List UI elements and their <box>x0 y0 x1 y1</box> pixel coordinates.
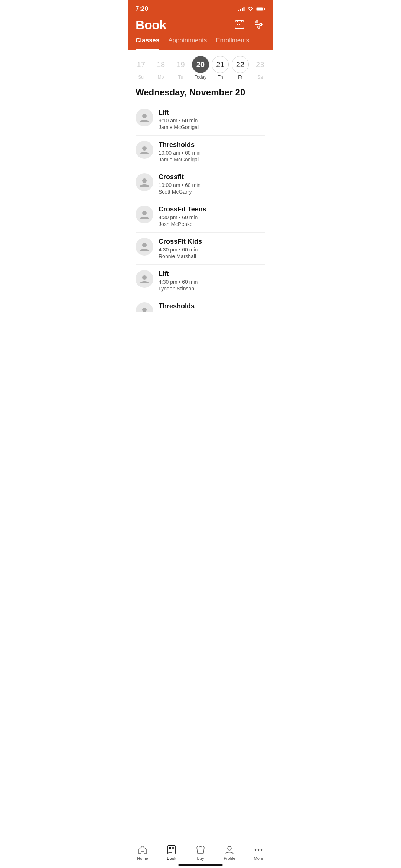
filter-button[interactable] <box>252 18 265 32</box>
date-day-23: Sa <box>257 75 263 80</box>
person-icon-5 <box>139 274 150 284</box>
class-avatar-5 <box>136 270 153 288</box>
nav-home-label: Home <box>137 856 148 861</box>
date-19[interactable]: 19 Tu <box>172 56 189 80</box>
svg-rect-6 <box>264 8 265 10</box>
class-item-1[interactable]: Thresholds 10:00 am • 60 min Jamie McGon… <box>136 136 265 168</box>
class-instructor-1: Jamie McGonigal <box>159 157 265 162</box>
class-info-6: Thresholds <box>159 302 265 311</box>
date-23[interactable]: 23 Sa <box>251 56 268 80</box>
svg-point-35 <box>258 849 259 851</box>
date-22[interactable]: 22 Fr <box>232 56 249 80</box>
class-time-3: 4:30 pm • 60 min <box>159 214 265 220</box>
nav-more[interactable]: More <box>247 845 270 861</box>
class-name-2: Crossfit <box>159 173 265 181</box>
class-name-4: CrossFit Kids <box>159 238 265 246</box>
nav-book[interactable]: Book <box>160 845 183 861</box>
class-item-5[interactable]: Lift 4:30 pm • 60 min Lyndon Stinson <box>136 265 265 297</box>
date-circle-23: 23 <box>251 56 268 73</box>
class-instructor-3: Josh McPeake <box>159 221 265 227</box>
page-title: Book <box>136 18 166 32</box>
class-name-3: CrossFit Teens <box>159 206 265 213</box>
class-time-2: 10:00 am • 60 min <box>159 182 265 188</box>
svg-point-21 <box>142 146 147 151</box>
wifi-icon <box>247 7 254 11</box>
tab-classes[interactable]: Classes <box>136 37 159 50</box>
home-icon <box>138 845 147 855</box>
header-icons <box>233 18 265 32</box>
class-item-2[interactable]: Crossfit 10:00 am • 60 min Scott McGarry <box>136 168 265 200</box>
class-list: Lift 9:10 am • 50 min Jamie McGonigal Th… <box>128 103 273 312</box>
person-icon-2 <box>139 177 150 187</box>
date-day-21: Th <box>218 75 223 80</box>
date-circle-19: 19 <box>172 56 189 73</box>
class-name-1: Thresholds <box>159 141 265 149</box>
person-icon-6 <box>139 306 150 312</box>
tab-bar: Classes Appointments Enrollments <box>128 32 273 50</box>
class-time-1: 10:00 am • 60 min <box>159 150 265 156</box>
nav-profile[interactable]: Profile <box>218 845 241 861</box>
tab-appointments[interactable]: Appointments <box>168 37 207 50</box>
person-icon-0 <box>139 112 150 123</box>
person-icon-1 <box>139 145 150 155</box>
class-avatar-1 <box>136 141 153 159</box>
date-20[interactable]: 20 Today <box>192 56 209 80</box>
class-item-4[interactable]: CrossFit Kids 4:30 pm • 60 min Ronnie Ma… <box>136 233 265 265</box>
date-day-19: Tu <box>178 75 183 80</box>
class-instructor-4: Ronnie Marshall <box>159 253 265 259</box>
nav-buy-label: Buy <box>197 856 204 861</box>
svg-point-22 <box>142 178 147 183</box>
class-instructor-2: Scott McGarry <box>159 189 265 195</box>
class-item-3[interactable]: CrossFit Teens 4:30 pm • 60 min Josh McP… <box>136 200 265 233</box>
class-time-4: 4:30 pm • 60 min <box>159 247 265 253</box>
class-item-6-partial[interactable]: Thresholds <box>136 297 265 312</box>
nav-more-label: More <box>254 856 263 861</box>
status-bar: 7:20 <box>128 0 273 15</box>
svg-rect-3 <box>244 7 245 11</box>
status-time: 7:20 <box>136 5 148 13</box>
tab-enrollments[interactable]: Enrollments <box>216 37 249 50</box>
class-avatar-0 <box>136 109 153 126</box>
date-circle-20: 20 <box>192 56 209 73</box>
svg-point-19 <box>258 26 260 28</box>
filter-icon <box>254 19 264 30</box>
signal-icon <box>238 7 245 11</box>
date-day-20: Today <box>195 75 206 80</box>
svg-rect-12 <box>237 24 238 25</box>
class-avatar-6 <box>136 302 153 312</box>
svg-point-24 <box>142 243 147 247</box>
battery-icon <box>256 7 265 11</box>
svg-point-33 <box>228 846 231 850</box>
class-avatar-2 <box>136 173 153 191</box>
calendar-button[interactable] <box>233 18 246 32</box>
svg-point-36 <box>261 849 262 851</box>
class-info-5: Lift 4:30 pm • 60 min Lyndon Stinson <box>159 270 265 292</box>
svg-rect-2 <box>242 8 243 11</box>
class-time-0: 9:10 am • 50 min <box>159 118 265 124</box>
class-item-0[interactable]: Lift 9:10 am • 50 min Jamie McGonigal <box>136 103 265 136</box>
nav-home[interactable]: Home <box>131 845 154 861</box>
svg-rect-7 <box>257 7 263 10</box>
date-circle-22: 22 <box>232 56 249 73</box>
date-18[interactable]: 18 Mo <box>152 56 169 80</box>
class-name-5: Lift <box>159 270 265 278</box>
nav-buy[interactable]: Buy <box>189 845 212 861</box>
class-info-0: Lift 9:10 am • 50 min Jamie McGonigal <box>159 109 265 130</box>
profile-icon <box>225 845 234 855</box>
person-icon-3 <box>139 209 150 220</box>
more-icon <box>254 845 263 855</box>
svg-point-4 <box>250 10 251 11</box>
date-day-22: Fr <box>238 75 242 80</box>
class-avatar-3 <box>136 206 153 223</box>
date-heading: Wednesday, November 20 <box>128 83 273 103</box>
svg-point-17 <box>256 21 258 23</box>
svg-rect-28 <box>169 847 171 849</box>
book-icon <box>167 845 176 855</box>
svg-rect-13 <box>239 24 240 25</box>
date-21[interactable]: 21 Th <box>212 56 229 80</box>
buy-icon <box>196 845 205 855</box>
svg-point-20 <box>142 114 147 118</box>
date-17[interactable]: 17 Su <box>133 56 150 80</box>
svg-point-34 <box>255 849 256 851</box>
class-name-6: Thresholds <box>159 302 265 310</box>
